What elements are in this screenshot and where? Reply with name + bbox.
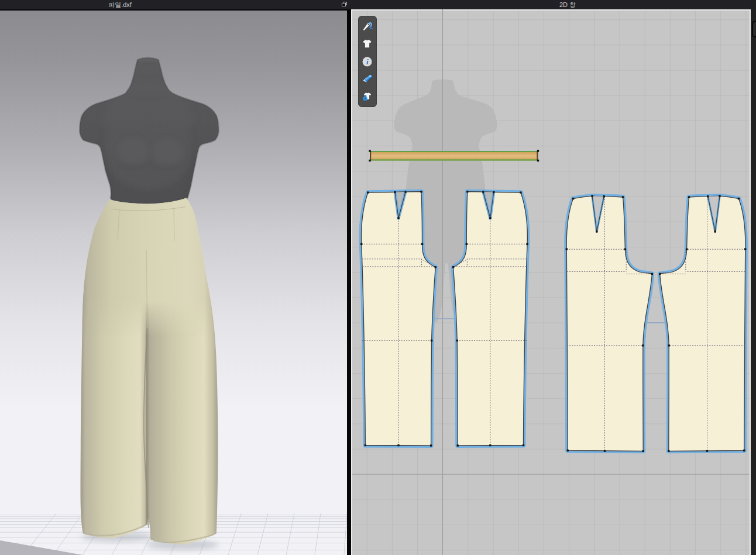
svg-text:i: i bbox=[366, 57, 369, 66]
